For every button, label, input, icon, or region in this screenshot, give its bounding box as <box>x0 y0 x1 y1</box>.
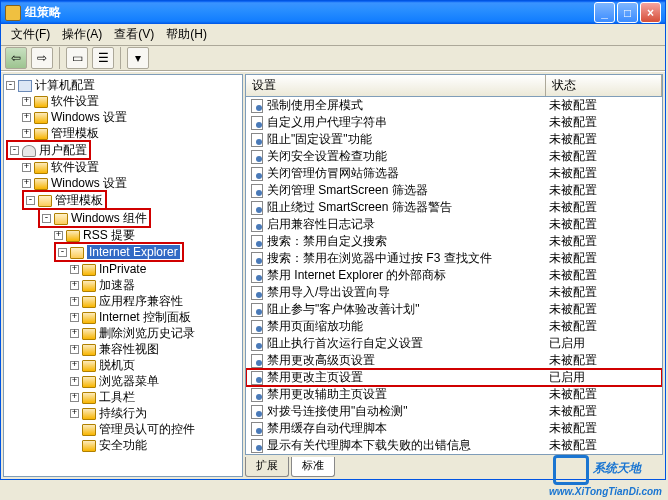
list-item[interactable]: 关闭管理仿冒网站筛选器未被配置 <box>246 165 662 182</box>
maximize-button[interactable]: □ <box>617 2 638 23</box>
list-item[interactable]: 对拨号连接使用"自动检测"未被配置 <box>246 403 662 420</box>
setting-state: 未被配置 <box>549 284 662 301</box>
menu-help[interactable]: 帮助(H) <box>160 24 213 45</box>
filter-icon[interactable]: ▾ <box>127 47 149 69</box>
menu-file[interactable]: 文件(F) <box>5 24 56 45</box>
tree-node[interactable]: 持续行为 <box>99 406 147 420</box>
list-item[interactable]: 阻止"固定设置"功能未被配置 <box>246 131 662 148</box>
tree-node[interactable]: 删除浏览历史记录 <box>99 326 195 340</box>
list-item[interactable]: 自定义用户代理字符串未被配置 <box>246 114 662 131</box>
tree-node[interactable]: 应用程序兼容性 <box>99 294 183 308</box>
list-item[interactable]: 禁用页面缩放功能未被配置 <box>246 318 662 335</box>
col-setting[interactable]: 设置 <box>246 75 546 96</box>
expand-icon[interactable]: - <box>10 146 19 155</box>
list-item[interactable]: 显示有关代理脚本下载失败的出错信息未被配置 <box>246 437 662 454</box>
setting-state: 未被配置 <box>549 199 662 216</box>
expand-icon[interactable]: + <box>70 409 79 418</box>
back-icon[interactable]: ⇦ <box>5 47 27 69</box>
expand-icon[interactable]: + <box>70 297 79 306</box>
properties-icon[interactable]: ☰ <box>92 47 114 69</box>
expand-icon[interactable]: + <box>70 361 79 370</box>
policy-icon <box>250 116 264 130</box>
tree-node[interactable]: 浏览器菜单 <box>99 374 159 388</box>
list-item[interactable]: 禁用更改主页设置已启用 <box>246 369 662 386</box>
list-item[interactable]: 搜索：禁用自定义搜索未被配置 <box>246 233 662 250</box>
tab-standard[interactable]: 标准 <box>291 457 335 477</box>
menu-action[interactable]: 操作(A) <box>56 24 108 45</box>
expand-icon[interactable]: + <box>70 281 79 290</box>
list-item[interactable]: 启用兼容性日志记录未被配置 <box>246 216 662 233</box>
tree-node[interactable]: 计算机配置 <box>35 78 95 92</box>
forward-icon[interactable]: ⇨ <box>31 47 53 69</box>
policy-icon <box>250 405 264 419</box>
list-item[interactable]: 关闭管理 SmartScreen 筛选器未被配置 <box>246 182 662 199</box>
list-item[interactable]: 关闭安全设置检查功能未被配置 <box>246 148 662 165</box>
list-item[interactable]: 禁用 Internet Explorer 的外部商标未被配置 <box>246 267 662 284</box>
setting-name: 禁用更改辅助主页设置 <box>267 386 549 403</box>
tree-node-templates[interactable]: 管理模板 <box>55 193 103 207</box>
expand-icon[interactable]: + <box>70 393 79 402</box>
watermark-logo-icon <box>549 455 589 483</box>
list-item[interactable]: 禁用导入/导出设置向导未被配置 <box>246 284 662 301</box>
tree-node[interactable]: 加速器 <box>99 278 135 292</box>
list-item[interactable]: 阻止执行首次运行自定义设置已启用 <box>246 335 662 352</box>
tree-node[interactable]: Windows 设置 <box>51 176 127 190</box>
expand-icon[interactable]: + <box>54 231 63 240</box>
folder-icon <box>82 376 96 388</box>
setting-state: 未被配置 <box>549 165 662 182</box>
tree-node[interactable]: 安全功能 <box>99 438 147 452</box>
expand-icon[interactable]: - <box>58 248 67 257</box>
list-item[interactable]: 禁用缓存自动代理脚本未被配置 <box>246 420 662 437</box>
col-state[interactable]: 状态 <box>546 75 662 96</box>
expand-icon[interactable]: + <box>22 97 31 106</box>
tree-node[interactable]: 软件设置 <box>51 94 99 108</box>
folder-icon <box>70 247 84 259</box>
tree-node[interactable]: 软件设置 <box>51 160 99 174</box>
setting-name: 禁用更改高级页设置 <box>267 352 549 369</box>
expand-icon[interactable]: + <box>70 265 79 274</box>
tree-node[interactable]: InPrivate <box>99 262 146 276</box>
setting-name: 禁用更改主页设置 <box>267 369 549 386</box>
list-item[interactable]: 强制使用全屏模式未被配置 <box>246 97 662 114</box>
list-item[interactable]: 搜索：禁用在浏览器中通过按 F3 查找文件未被配置 <box>246 250 662 267</box>
list-item[interactable]: 禁用更改辅助主页设置未被配置 <box>246 386 662 403</box>
tree-pane[interactable]: -计算机配置 +软件设置 +Windows 设置 +管理模板 -用户配置 +软件… <box>3 74 243 477</box>
tree-node[interactable]: 工具栏 <box>99 390 135 404</box>
list-item[interactable]: 禁用更改高级页设置未被配置 <box>246 352 662 369</box>
list-item[interactable]: 阻止绕过 SmartScreen 筛选器警告未被配置 <box>246 199 662 216</box>
expand-icon[interactable]: + <box>22 129 31 138</box>
expand-icon[interactable]: + <box>22 163 31 172</box>
expand-icon[interactable]: + <box>70 329 79 338</box>
tab-extended[interactable]: 扩展 <box>245 457 289 477</box>
expand-icon[interactable]: + <box>70 377 79 386</box>
expand-icon[interactable]: - <box>6 81 15 90</box>
policy-icon <box>250 269 264 283</box>
tree-node[interactable]: RSS 提要 <box>83 228 135 242</box>
menu-view[interactable]: 查看(V) <box>108 24 160 45</box>
expand-icon[interactable]: + <box>70 313 79 322</box>
tree-node[interactable]: 兼容性视图 <box>99 342 159 356</box>
close-button[interactable]: × <box>640 2 661 23</box>
expand-icon[interactable]: + <box>22 113 31 122</box>
tree-node[interactable]: 管理员认可的控件 <box>99 422 195 436</box>
settings-list[interactable]: 强制使用全屏模式未被配置自定义用户代理字符串未被配置阻止"固定设置"功能未被配置… <box>245 96 663 455</box>
copy-icon[interactable]: ▭ <box>66 47 88 69</box>
expand-icon[interactable]: - <box>42 214 51 223</box>
expand-icon[interactable]: - <box>26 196 35 205</box>
policy-icon <box>250 422 264 436</box>
tree-node-user[interactable]: 用户配置 <box>39 143 87 157</box>
watermark: 系统天地 www.XiTongTianDi.com <box>549 455 662 498</box>
setting-name: 关闭管理 SmartScreen 筛选器 <box>267 182 549 199</box>
folder-icon <box>82 424 96 436</box>
expand-icon[interactable]: + <box>22 179 31 188</box>
folder-icon <box>34 162 48 174</box>
tree-node[interactable]: 脱机页 <box>99 358 135 372</box>
tree-node-ie[interactable]: Internet Explorer <box>87 245 180 259</box>
minimize-button[interactable]: _ <box>594 2 615 23</box>
tree-node[interactable]: Windows 设置 <box>51 110 127 124</box>
tree-node[interactable]: Internet 控制面板 <box>99 310 191 324</box>
tree-node-windows[interactable]: Windows 组件 <box>71 211 147 225</box>
expand-icon[interactable]: + <box>70 345 79 354</box>
list-item[interactable]: 阻止参与"客户体验改善计划"未被配置 <box>246 301 662 318</box>
tree-node[interactable]: 管理模板 <box>51 126 99 140</box>
